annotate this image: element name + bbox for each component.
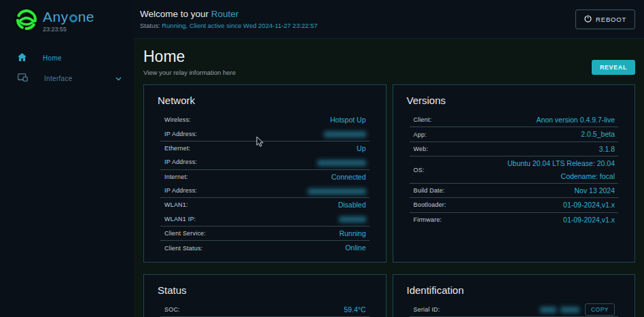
- info-row: Client:Anon version 0.4.9.7-live: [410, 113, 619, 127]
- page-title: Home: [143, 48, 592, 66]
- row-value: [197, 184, 365, 197]
- row-value: [440, 303, 579, 316]
- info-row: OS:Ubuntu 20.04 LTS Release: 20.04 Coden…: [410, 156, 619, 184]
- cards-grid: Network Wireless:Hotspot UpIP Address:Et…: [143, 84, 635, 317]
- info-row: Wireless:Hotspot Up: [144, 113, 386, 127]
- info-row: App:2.0.5_beta: [410, 127, 619, 141]
- row-label: Web:: [414, 146, 429, 152]
- row-label: App:: [414, 131, 427, 138]
- welcome-block: Welcome to your Router Status: Running, …: [140, 9, 575, 29]
- info-row: IP Address:: [160, 127, 370, 141]
- card-title: Network: [144, 95, 386, 113]
- identification-card: Identification Serial ID:COPYPublic Key:…: [393, 274, 636, 317]
- row-label: IP Address:: [164, 158, 197, 165]
- row-label: OS:: [414, 167, 425, 173]
- brand: Anyne 23:23:55: [0, 0, 134, 33]
- sidebar: Anyne 23:23:55 Home Interface: [0, 0, 134, 317]
- power-icon: [584, 15, 592, 24]
- row-label: Client Service:: [164, 230, 206, 237]
- row-value: Running: [206, 227, 365, 239]
- row-label: Serial ID:: [414, 306, 440, 313]
- row-value: 01-09-2024,v1.x: [442, 214, 615, 226]
- sidebar-item-interface[interactable]: Interface: [0, 68, 134, 88]
- row-value: Disabled: [188, 199, 366, 211]
- row-value: Connected: [188, 171, 366, 183]
- info-row: SOC:59.4°C: [160, 303, 370, 317]
- mouse-cursor: [256, 136, 264, 150]
- row-value: 2.0.5_beta: [427, 128, 615, 140]
- page-subtitle: View your relay information here: [143, 69, 592, 76]
- card-title: Status: [144, 284, 386, 303]
- brand-text: Anyne 23:23:55: [43, 7, 94, 33]
- row-label: Firmware:: [414, 216, 442, 223]
- info-row: WLAN1 IP:: [160, 212, 370, 227]
- brand-name: Anyne: [43, 9, 94, 25]
- chevron-down-icon[interactable]: [115, 75, 122, 82]
- sidebar-item-label: Home: [43, 54, 62, 62]
- reboot-button[interactable]: REBOOT: [575, 10, 635, 29]
- info-row: IP Address:: [160, 155, 370, 169]
- row-label: Bootloader:: [414, 201, 446, 208]
- redacted-value: [560, 307, 579, 313]
- router-status-line: Status: Running, Client active since Wed…: [140, 22, 575, 29]
- row-value: [197, 156, 365, 168]
- sidebar-item-home[interactable]: Home: [0, 48, 134, 68]
- redacted-value: [308, 188, 366, 195]
- row-label: Client:: [414, 116, 432, 123]
- card-title: Identification: [393, 284, 635, 303]
- redacted-value: [324, 131, 366, 137]
- topbar: Welcome to your Router Status: Running, …: [134, 0, 644, 39]
- reveal-button[interactable]: REVEAL: [592, 60, 635, 75]
- info-row: Web:3.1.8: [410, 142, 619, 156]
- row-value: Anon version 0.4.9.7-live: [431, 114, 615, 126]
- versions-card: Versions Client:Anon version 0.4.9.7-liv…: [393, 84, 636, 263]
- row-value: Ubuntu 20.04 LTS Release: 20.04 Codename…: [425, 157, 615, 182]
- interface-icon: [18, 73, 28, 83]
- row-value: [197, 127, 365, 139]
- row-label: Client Status:: [164, 245, 202, 252]
- row-value: [196, 213, 365, 225]
- router-accent-text: Router: [211, 9, 239, 19]
- info-row: Build Date:Nov 13 2024: [410, 184, 619, 198]
- info-row: IP Address:: [160, 184, 370, 198]
- home-icon: [18, 53, 26, 63]
- page-head: Home View your relay information here RE…: [143, 48, 635, 76]
- row-label: Wireless:: [164, 116, 191, 123]
- row-label: IP Address:: [164, 131, 197, 137]
- row-label: WLAN1 IP:: [164, 216, 196, 222]
- info-row: Serial ID:COPY: [410, 303, 619, 317]
- info-row: Bootloader:01-09-2024,v1.x: [410, 198, 619, 212]
- redacted-value: [540, 307, 556, 313]
- welcome-title: Welcome to your Router: [140, 9, 575, 19]
- anyone-logo-icon: [14, 7, 39, 33]
- row-value: Nov 13 2024: [445, 184, 615, 197]
- card-title: Versions: [393, 95, 635, 113]
- status-card: Status SOC:59.4°CGPU:56.7°C: [143, 274, 387, 317]
- main-content: Home View your relay information here RE…: [134, 39, 644, 317]
- row-value: Online: [202, 241, 365, 254]
- row-value: Up: [190, 142, 365, 154]
- network-card: Network Wireless:Hotspot UpIP Address:Et…: [143, 84, 387, 263]
- redacted-value: [339, 216, 366, 222]
- row-label: Build Date:: [414, 187, 445, 194]
- row-label: SOC:: [164, 306, 180, 313]
- info-row: WLAN1:Disabled: [144, 198, 386, 212]
- row-value: 59.4°C: [180, 303, 366, 316]
- brand-o-glyph: [69, 14, 77, 22]
- row-value: 01-09-2024,v1.x: [446, 199, 615, 211]
- info-row: Client Service:Running: [160, 227, 370, 241]
- row-label: IP Address:: [164, 187, 197, 194]
- row-value: Hotspot Up: [191, 114, 366, 126]
- info-row: Client Status:Online: [144, 241, 386, 254]
- row-label: WLAN1:: [164, 201, 188, 208]
- redacted-value: [317, 160, 366, 166]
- row-label: Internet:: [164, 173, 188, 180]
- info-row: Ethernet:Up: [144, 141, 386, 155]
- copy-button[interactable]: COPY: [585, 303, 615, 316]
- sidebar-item-label: Interface: [44, 75, 73, 82]
- sidebar-nav: Home Interface: [0, 48, 134, 88]
- info-row: Internet:Connected: [144, 170, 386, 184]
- row-label: Ethernet:: [164, 145, 190, 152]
- info-row: Firmware:01-09-2024,v1.x: [393, 213, 635, 227]
- row-value: 3.1.8: [428, 143, 615, 155]
